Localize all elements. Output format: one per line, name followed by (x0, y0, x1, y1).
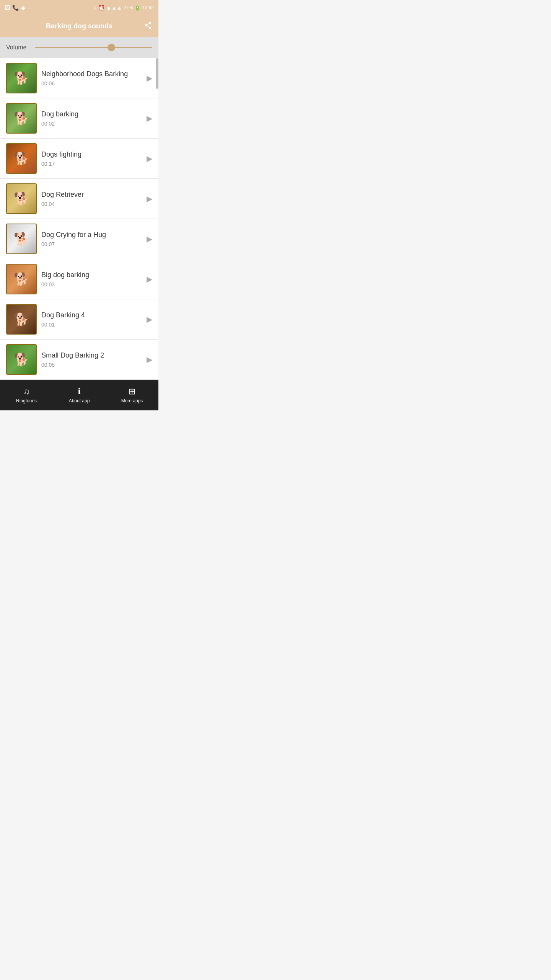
sound-name: Dogs fighting (41, 150, 142, 158)
scrollbar-track (156, 58, 158, 380)
sound-thumbnail: 🐕 (6, 183, 37, 214)
play-button[interactable]: ▶ (147, 154, 152, 163)
sound-thumbnail: 🐕 (6, 63, 37, 93)
volume-bar: Volume (0, 37, 158, 58)
play-button[interactable]: ▶ (147, 74, 152, 83)
sound-name: Small Dog Barking 2 (41, 351, 142, 359)
volume-fill (35, 47, 111, 48)
status-bar: 🖼 📞 ◆ ··· ☽ ⏰ ▲▲▲ 27% 🔋 13:42 (0, 0, 158, 15)
sound-name: Dog Retriever (41, 191, 142, 199)
list-item[interactable]: 🐕 Dog Retriever 00:04 ▶ (0, 179, 158, 219)
sound-duration: 00:03 (41, 281, 142, 287)
signal-icon: ▲▲▲ (106, 5, 122, 11)
sound-info: Big dog barking 00:03 (37, 271, 147, 287)
sound-list: 🐕 Neighborhood Dogs Barking 00:06 ▶ 🐕 Do… (0, 58, 158, 380)
play-button[interactable]: ▶ (147, 114, 152, 123)
content-area: 🐕 Neighborhood Dogs Barking 00:06 ▶ 🐕 Do… (0, 58, 158, 380)
sound-info: Neighborhood Dogs Barking 00:06 (37, 70, 147, 87)
play-button[interactable]: ▶ (147, 194, 152, 203)
volume-label: Volume (6, 44, 29, 51)
sound-name: Neighborhood Dogs Barking (41, 70, 142, 78)
list-item[interactable]: 🐕 Dog Crying for a Hug 00:07 ▶ (0, 219, 158, 259)
sound-duration: 00:05 (41, 362, 142, 368)
sound-name: Dog Barking 4 (41, 311, 142, 319)
sound-duration: 00:17 (41, 161, 142, 167)
battery-icon: 🔋 (134, 5, 141, 11)
sound-thumbnail: 🐕 (6, 344, 37, 375)
sound-name: Big dog barking (41, 271, 142, 279)
nav-label-ringtones: Ringtones (16, 398, 37, 403)
status-bar-right: ☽ ⏰ ▲▲▲ 27% 🔋 13:42 (91, 5, 154, 11)
alarm-icon: ⏰ (98, 5, 104, 11)
sound-name: Dog barking (41, 110, 142, 118)
dog-icon: 🐕 (14, 272, 29, 286)
sound-thumbnail: 🐕 (6, 143, 37, 174)
sound-info: Dog barking 00:02 (37, 110, 147, 127)
sound-info: Dog Retriever 00:04 (37, 191, 147, 207)
app-bar: Barking dog sounds (0, 15, 158, 37)
nav-item-more[interactable]: ⊞ More apps (106, 387, 158, 403)
dog-icon: 🐕 (14, 151, 29, 166)
nav-item-ringtones[interactable]: ♫ Ringtones (0, 387, 53, 403)
volume-thumb[interactable] (108, 44, 115, 51)
dog-icon: 🐕 (14, 111, 29, 126)
list-item[interactable]: 🐕 Big dog barking 00:03 ▶ (0, 259, 158, 299)
play-button[interactable]: ▶ (147, 315, 152, 324)
ellipsis-icon: ··· (28, 5, 32, 11)
sound-duration: 00:07 (41, 241, 142, 247)
dropbox-icon: ◆ (21, 5, 25, 11)
app-title: Barking dog sounds (46, 22, 112, 30)
sound-info: Dogs fighting 00:17 (37, 150, 147, 167)
nav-icon-ringtones: ♫ (23, 387, 30, 397)
list-item[interactable]: 🐕 Dog barking 00:02 ▶ (0, 98, 158, 139)
dog-icon: 🐕 (14, 312, 29, 327)
nav-label-about: About app (69, 398, 90, 403)
sound-thumbnail: 🐕 (6, 264, 37, 294)
list-item[interactable]: 🐕 Neighborhood Dogs Barking 00:06 ▶ (0, 58, 158, 98)
sound-thumbnail: 🐕 (6, 224, 37, 254)
list-item[interactable]: 🐕 Dog Barking 4 00:01 ▶ (0, 299, 158, 340)
sound-duration: 00:01 (41, 322, 142, 328)
sound-duration: 00:06 (41, 80, 142, 87)
volume-slider[interactable] (35, 47, 152, 48)
dog-icon: 🐕 (14, 71, 29, 85)
clock: 13:42 (142, 5, 154, 10)
sound-name: Dog Crying for a Hug (41, 231, 142, 239)
list-item[interactable]: 🐕 Dogs fighting 00:17 ▶ (0, 139, 158, 179)
play-button[interactable]: ▶ (147, 274, 152, 284)
phone-icon: 📞 (12, 5, 19, 11)
nav-item-about[interactable]: ℹ About app (53, 387, 106, 403)
sound-thumbnail: 🐕 (6, 304, 37, 335)
sound-info: Dog Crying for a Hug 00:07 (37, 231, 147, 247)
sound-duration: 00:04 (41, 201, 142, 207)
sound-info: Small Dog Barking 2 00:05 (37, 351, 147, 368)
sound-info: Dog Barking 4 00:01 (37, 311, 147, 328)
battery-percent: 27% (124, 5, 133, 10)
dog-icon: 🐕 (14, 191, 29, 206)
dog-icon: 🐕 (14, 352, 29, 367)
sound-thumbnail: 🐕 (6, 103, 37, 134)
play-button[interactable]: ▶ (147, 234, 152, 243)
share-button[interactable] (144, 21, 152, 31)
dog-icon: 🐕 (14, 232, 29, 246)
play-button[interactable]: ▶ (147, 355, 152, 364)
nav-label-more: More apps (121, 398, 143, 403)
nav-icon-more: ⊞ (129, 387, 135, 397)
list-item[interactable]: 🐕 Small Dog Barking 2 00:05 ▶ (0, 340, 158, 380)
scrollbar-thumb[interactable] (156, 58, 158, 89)
status-bar-left: 🖼 📞 ◆ ··· (5, 5, 32, 11)
bottom-nav: ♫ Ringtones ℹ About app ⊞ More apps (0, 380, 158, 410)
sound-duration: 00:02 (41, 121, 142, 127)
nav-icon-about: ℹ (78, 387, 81, 397)
moon-icon: ☽ (91, 5, 96, 11)
photo-icon: 🖼 (5, 5, 10, 11)
